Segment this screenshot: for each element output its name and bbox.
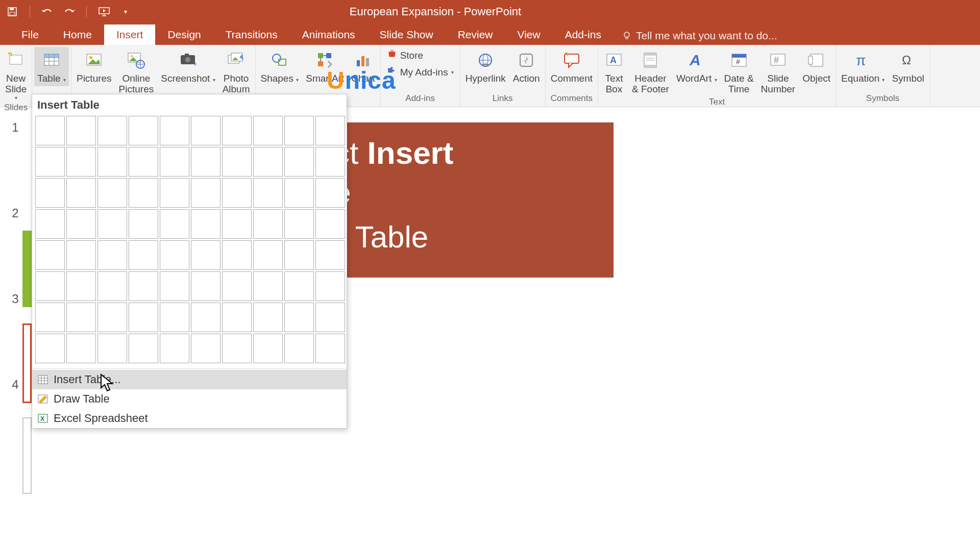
table-cell[interactable] <box>129 271 158 301</box>
action-button[interactable]: Action <box>510 47 543 86</box>
table-cell[interactable] <box>191 116 220 145</box>
table-cell[interactable] <box>97 271 127 301</box>
tab-design[interactable]: Design <box>155 24 213 45</box>
tab-animations[interactable]: Animations <box>290 24 368 45</box>
table-size-grid[interactable] <box>32 116 347 367</box>
tab-review[interactable]: Review <box>446 24 505 45</box>
slide-number[interactable]: 1 <box>12 120 18 135</box>
excel-spreadsheet-menuitem[interactable]: XExcel Spreadsheet <box>32 409 347 428</box>
table-cell[interactable] <box>97 240 127 270</box>
date-time-button[interactable]: #Date &Time <box>721 47 757 97</box>
slide-3-thumb-fragment[interactable] <box>22 417 32 494</box>
table-cell[interactable] <box>97 178 127 208</box>
table-cell[interactable] <box>35 116 65 145</box>
table-cell[interactable] <box>253 334 283 363</box>
tell-me-search[interactable]: Tell me what you want to do... <box>622 30 777 45</box>
table-cell[interactable] <box>284 147 314 177</box>
table-cell[interactable] <box>66 240 96 270</box>
table-button[interactable]: Table ▾ <box>34 47 69 86</box>
draw-table-menuitem[interactable]: Draw Table <box>32 389 347 409</box>
tab-insert[interactable]: Insert <box>104 24 156 45</box>
table-cell[interactable] <box>66 116 96 145</box>
table-cell[interactable] <box>35 209 65 239</box>
screenshot-button[interactable]: +Screenshot ▾ <box>158 47 218 86</box>
table-cell[interactable] <box>284 240 314 270</box>
table-cell[interactable] <box>284 178 314 208</box>
save-icon[interactable] <box>6 6 18 18</box>
table-cell[interactable] <box>97 303 127 332</box>
table-cell[interactable] <box>222 271 252 301</box>
table-cell[interactable] <box>160 116 189 145</box>
table-cell[interactable] <box>315 303 345 332</box>
table-cell[interactable] <box>222 303 252 332</box>
comment-button[interactable]: Comment <box>548 47 596 86</box>
table-cell[interactable] <box>35 178 65 208</box>
table-cell[interactable] <box>253 240 283 270</box>
table-cell[interactable] <box>35 271 65 301</box>
table-cell[interactable] <box>129 147 158 177</box>
table-cell[interactable] <box>160 147 189 177</box>
table-cell[interactable] <box>253 147 283 177</box>
table-cell[interactable] <box>66 334 96 363</box>
table-cell[interactable] <box>160 209 189 239</box>
wordart-button[interactable]: AWordArt ▾ <box>673 47 720 86</box>
slide-2-thumb-fragment[interactable] <box>22 323 32 403</box>
table-cell[interactable] <box>284 209 314 239</box>
tab-file[interactable]: File <box>9 24 51 45</box>
table-cell[interactable] <box>129 334 158 363</box>
table-cell[interactable] <box>315 209 345 239</box>
insert-table-menuitem[interactable]: Insert Table... <box>32 370 347 389</box>
table-cell[interactable] <box>253 303 283 332</box>
table-cell[interactable] <box>160 303 189 332</box>
table-cell[interactable] <box>191 178 220 208</box>
table-cell[interactable] <box>66 178 96 208</box>
table-cell[interactable] <box>222 240 252 270</box>
table-cell[interactable] <box>129 240 158 270</box>
symbol-button[interactable]: ΩSymbol <box>889 47 927 86</box>
table-cell[interactable] <box>191 147 220 177</box>
equation-button[interactable]: πEquation ▾ <box>838 47 888 86</box>
pictures-button[interactable]: Pictures <box>74 47 115 86</box>
table-cell[interactable] <box>284 271 314 301</box>
table-cell[interactable] <box>160 334 189 363</box>
customize-qat-icon[interactable]: ▾ <box>119 6 132 18</box>
table-cell[interactable] <box>222 116 252 145</box>
new-slide-button[interactable]: NewSlide▾ <box>2 47 30 103</box>
table-cell[interactable] <box>97 147 127 177</box>
table-cell[interactable] <box>253 209 283 239</box>
table-cell[interactable] <box>315 116 345 145</box>
online-pictures-button[interactable]: OnlinePictures <box>116 47 157 97</box>
table-cell[interactable] <box>222 334 252 363</box>
header-footer-button[interactable]: Header& Footer <box>629 47 672 97</box>
table-cell[interactable] <box>191 303 220 332</box>
tab-transitions[interactable]: Transitions <box>213 24 290 45</box>
table-cell[interactable] <box>253 116 283 145</box>
table-cell[interactable] <box>129 303 158 332</box>
slide-number[interactable]: 3 <box>12 292 18 306</box>
table-cell[interactable] <box>191 240 220 270</box>
table-cell[interactable] <box>315 240 345 270</box>
table-cell[interactable] <box>191 209 220 239</box>
table-cell[interactable] <box>129 209 158 239</box>
hyperlink-button[interactable]: Hyperlink <box>462 47 509 86</box>
table-cell[interactable] <box>35 147 65 177</box>
table-cell[interactable] <box>160 240 189 270</box>
table-cell[interactable] <box>222 178 252 208</box>
table-cell[interactable] <box>222 147 252 177</box>
table-cell[interactable] <box>66 271 96 301</box>
table-cell[interactable] <box>35 334 65 363</box>
table-cell[interactable] <box>160 271 189 301</box>
table-cell[interactable] <box>97 116 127 145</box>
table-cell[interactable] <box>66 209 96 239</box>
table-cell[interactable] <box>315 178 345 208</box>
table-cell[interactable] <box>35 240 65 270</box>
tab-home[interactable]: Home <box>51 24 104 45</box>
table-cell[interactable] <box>129 178 158 208</box>
table-cell[interactable] <box>315 334 345 363</box>
table-cell[interactable] <box>97 209 127 239</box>
table-cell[interactable] <box>35 303 65 332</box>
text-box-button[interactable]: ATextBox <box>600 47 628 97</box>
object-button[interactable]: Object <box>799 47 834 86</box>
slide-number-button[interactable]: #SlideNumber <box>758 47 799 97</box>
tab-slide-show[interactable]: Slide Show <box>368 24 446 45</box>
